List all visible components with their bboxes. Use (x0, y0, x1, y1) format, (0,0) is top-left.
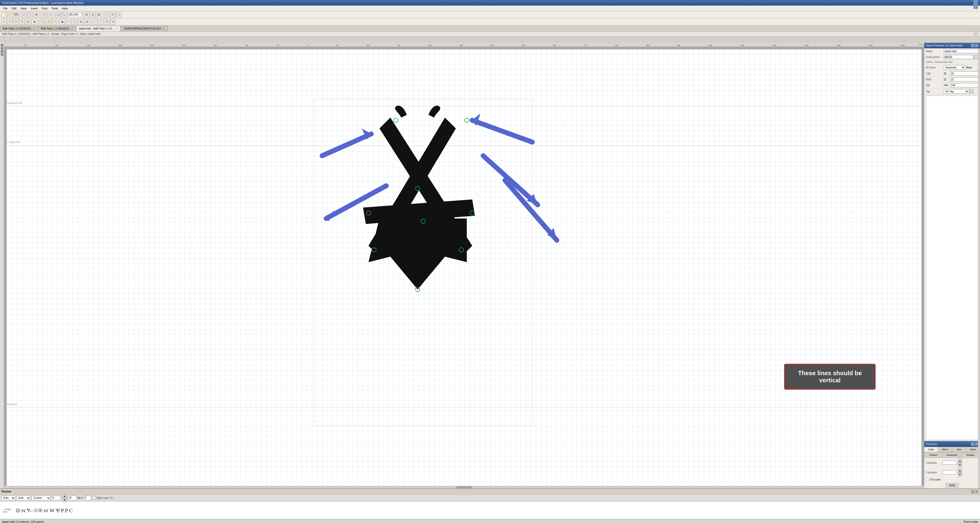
tab-1[interactable]: BaR Paleo 1.2 06202021 ✕ (38, 26, 76, 31)
tab-2-close[interactable]: ✕ (116, 27, 118, 30)
preview-type-select[interactable]: Auto (16, 496, 30, 500)
transform-tab-mirror[interactable]: Mirror (938, 447, 952, 452)
preview-mode-select[interactable]: Auto (2, 496, 16, 500)
transform-tab-rotation[interactable]: Rotation (961, 453, 980, 457)
separator-1 (20, 12, 20, 17)
transform-button[interactable]: ⟳ (110, 12, 116, 17)
y-position-down[interactable]: ▼ (958, 472, 962, 476)
x-position-input[interactable] (942, 460, 956, 465)
undo-button[interactable]: ↩ (41, 12, 47, 17)
transform-tab-size[interactable]: Size (952, 447, 966, 452)
scrollbar-thumb[interactable] (457, 486, 472, 488)
paint-tool[interactable]: 🖌 (25, 19, 31, 25)
rotate-ccw-button[interactable]: ↺ (110, 19, 116, 25)
aw-input[interactable] (950, 83, 978, 87)
tab-0[interactable]: BaR Paleo 1.0 05252021 ✕ (0, 26, 38, 31)
pen-tool[interactable]: ✏ (13, 19, 19, 25)
contour-tool[interactable]: ⬡ (7, 19, 13, 25)
name-input[interactable] (943, 49, 978, 53)
rotate-cw-button[interactable]: ↻ (104, 19, 110, 25)
hand-tool[interactable]: ✋ (46, 19, 51, 25)
x-position-up[interactable]: ▲ (958, 459, 962, 463)
rsb-input[interactable] (950, 77, 978, 81)
smooth-tool[interactable]: 〜 (66, 19, 71, 25)
ofclass-select[interactable]: Automatic (943, 65, 965, 70)
join-tool[interactable]: ⊗ (84, 19, 89, 25)
on-curve-radio[interactable] (926, 478, 929, 481)
close-editor-button[interactable]: ✕ (974, 32, 978, 36)
menu-file[interactable]: File (1, 6, 10, 10)
tab-1-close[interactable]: ✕ (71, 27, 73, 30)
preview-value-up[interactable]: ▲ (63, 494, 67, 498)
preview-custom-select[interactable]: Custom (32, 496, 51, 500)
sidebar-tool-1[interactable] (1, 44, 3, 46)
props-float-button[interactable]: ◫ (971, 44, 974, 47)
preview-size-input[interactable] (68, 496, 76, 500)
menu-tools[interactable]: Tools (49, 6, 60, 10)
transform-tab-position[interactable]: Position (924, 453, 943, 457)
flip-h-button[interactable]: ↔ (92, 19, 97, 25)
copy-button[interactable]: 📋 (27, 12, 33, 17)
contour-button[interactable]: ◇ (116, 12, 122, 17)
y-position-up[interactable]: ▲ (958, 468, 962, 472)
preview-value-input[interactable] (52, 496, 60, 500)
right-panel-scrollbar[interactable] (978, 48, 980, 488)
tag-select[interactable]: No Tag (943, 89, 969, 94)
maximize-button[interactable]: □ (974, 1, 978, 5)
preview-second-input[interactable] (84, 496, 91, 500)
preview-close-button[interactable]: ✕ (975, 490, 978, 494)
menu-help[interactable]: Help (60, 6, 70, 10)
break-tool[interactable]: ⊕ (78, 19, 83, 25)
preview-value-down[interactable]: ▼ (63, 498, 67, 502)
sidebar-tool-3[interactable] (1, 50, 3, 52)
tab-3-close[interactable]: ✕ (163, 27, 165, 30)
save-button[interactable]: 💾 (13, 12, 19, 17)
preview-checkbox[interactable] (92, 496, 96, 500)
transform-tab-movement[interactable]: Movement (943, 453, 961, 457)
open-button[interactable]: 📂 (7, 12, 13, 17)
validate-button[interactable]: ✓ (104, 12, 110, 17)
tab-0-close[interactable]: ✕ (33, 27, 35, 30)
tag-more-button[interactable]: … (970, 89, 974, 93)
close-button[interactable]: ✕ (974, 5, 978, 9)
menu-view[interactable]: View (19, 6, 29, 10)
select-tool[interactable]: ↖ (1, 19, 6, 25)
horizontal-scrollbar[interactable] (4, 486, 924, 488)
corner-tool[interactable]: ∧ (72, 19, 77, 25)
preview-float-button[interactable]: ◫ (971, 490, 974, 494)
zoom-in-button[interactable]: 🔍+ (55, 12, 61, 17)
apply-button[interactable]: Apply (946, 483, 959, 487)
x-position-down[interactable]: ▼ (958, 463, 962, 467)
menu-edit[interactable]: Edit (10, 6, 19, 10)
menu-insert[interactable]: Insert (29, 6, 40, 10)
flip-v-button[interactable]: ↕ (98, 19, 103, 25)
shape-tool[interactable]: ■ (32, 19, 37, 25)
redo-button[interactable]: ↪ (47, 12, 53, 17)
transform-tab-scale[interactable]: Scale (924, 447, 938, 452)
zoom-input[interactable] (67, 13, 81, 17)
tab-3[interactable]: 2018PUREPALEOERIKTOLOGY ✕ (121, 26, 167, 31)
lsb-input[interactable] (950, 71, 978, 76)
transform-float-button[interactable]: ◫ (971, 442, 974, 446)
sidebar-tool-2[interactable] (1, 47, 3, 49)
new-button[interactable]: 📄 (1, 12, 6, 17)
measure-tool[interactable]: 📏 (52, 19, 57, 25)
canvas-area[interactable]: CapHeight 801 x-Height 665 Baseline 0 (4, 47, 924, 488)
zoom-out-button[interactable]: 🔍- (61, 12, 67, 17)
cut-button[interactable]: ✂ (21, 12, 27, 17)
tab-2[interactable]: aleph-hebr - BaR Paleo 1.2 0... ✕ (76, 26, 121, 31)
guidelines-button[interactable]: ⊟ (90, 12, 95, 17)
sidebar-tool-4[interactable] (1, 53, 3, 56)
pencil-tool[interactable]: ✎ (19, 19, 25, 25)
notes-area[interactable] (926, 96, 978, 440)
grid-button[interactable]: ⊞ (84, 12, 89, 17)
zoom-tool[interactable]: 🔍 (40, 19, 45, 25)
y-position-input[interactable] (942, 470, 956, 475)
codepoints-input[interactable] (943, 55, 974, 59)
node-tool[interactable]: ◉ (60, 19, 65, 25)
paste-button[interactable]: 📌 (33, 12, 39, 17)
preview-u-label: U (81, 497, 83, 499)
props-close-button[interactable]: ✕ (975, 44, 978, 47)
menu-font[interactable]: Font (40, 6, 49, 10)
snap-button[interactable]: ⊠ (96, 12, 102, 17)
